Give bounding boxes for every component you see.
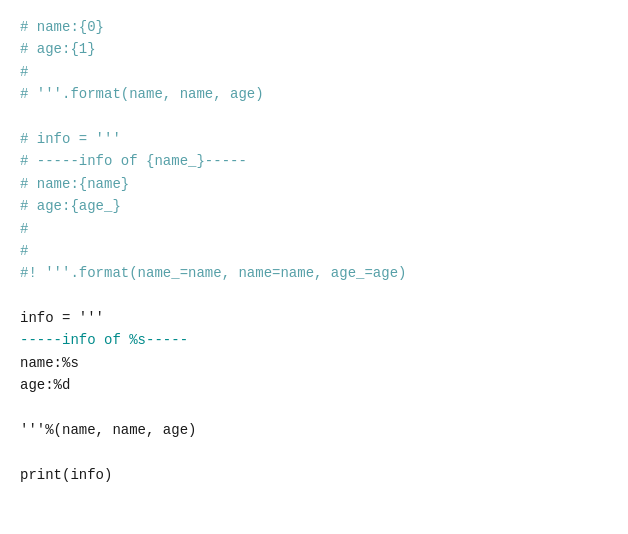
code-line: name:%s xyxy=(20,352,608,374)
code-line: # age:{1} xyxy=(20,38,608,60)
code-line xyxy=(20,106,608,128)
code-line: print(info) xyxy=(20,464,608,486)
code-line: -----info of %s----- xyxy=(20,329,608,351)
code-line: '''%(name, name, age) xyxy=(20,419,608,441)
code-line: # -----info of {name_}----- xyxy=(20,150,608,172)
code-line: # age:{age_} xyxy=(20,195,608,217)
code-line: # name:{name} xyxy=(20,173,608,195)
code-line: # '''.format(name, name, age) xyxy=(20,83,608,105)
code-line: age:%d xyxy=(20,374,608,396)
code-line: info = ''' xyxy=(20,307,608,329)
code-line: #! '''.format(name_=name, name=name, age… xyxy=(20,262,608,284)
code-line: # xyxy=(20,61,608,83)
code-editor: # name:{0}# age:{1}## '''.format(name, n… xyxy=(20,16,608,486)
code-line: # info = ''' xyxy=(20,128,608,150)
code-line xyxy=(20,397,608,419)
code-line xyxy=(20,441,608,463)
code-line: # xyxy=(20,240,608,262)
code-line xyxy=(20,285,608,307)
code-line: # xyxy=(20,218,608,240)
code-line: # name:{0} xyxy=(20,16,608,38)
